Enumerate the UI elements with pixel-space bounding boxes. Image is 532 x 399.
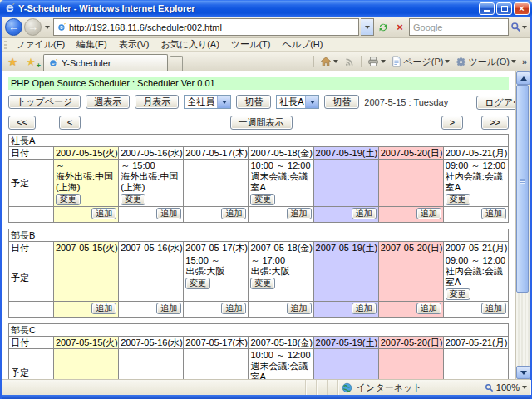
prev-week-button[interactable]: < [59, 116, 81, 130]
date-header: 2007-05-19(土) [313, 242, 378, 254]
new-tab-button[interactable] [170, 56, 183, 71]
favorites-center-button[interactable]: ★ [3, 54, 22, 70]
back-button[interactable]: ← [5, 18, 22, 36]
add-favorite-button[interactable]: ★+ [22, 54, 40, 70]
logout-button[interactable]: ログアウト [476, 96, 515, 110]
history-dropdown[interactable] [43, 19, 52, 35]
tab-title: Y-Scheduler [62, 58, 111, 68]
toolbar-overflow-chevron[interactable]: » [522, 57, 527, 66]
change-button[interactable]: 変更 [446, 288, 470, 300]
add-button[interactable]: 追加 [221, 208, 246, 219]
add-button[interactable]: 追加 [416, 208, 441, 219]
add-button[interactable]: 追加 [287, 208, 312, 219]
schedule-cell [443, 349, 508, 380]
week-view-button[interactable]: 週表示 [86, 95, 130, 109]
first-week-button[interactable]: << [8, 116, 36, 130]
month-view-button[interactable]: 月表示 [135, 95, 179, 109]
maximize-button[interactable] [496, 2, 512, 15]
schedule-cell [313, 254, 378, 302]
tab-favicon-icon [48, 58, 58, 68]
stop-button[interactable]: × [392, 19, 407, 35]
forward-button[interactable]: → [24, 18, 42, 36]
minimize-button[interactable] [479, 2, 495, 15]
schedule-cell [184, 160, 249, 207]
add-button[interactable]: 追加 [91, 208, 116, 219]
zoom-dropdown[interactable] [522, 386, 527, 389]
add-button[interactable]: 追加 [352, 303, 377, 314]
menu-file[interactable]: ファイル(F) [10, 38, 71, 51]
change-button[interactable]: 変更 [250, 194, 275, 205]
search-input[interactable]: Google [409, 18, 509, 36]
menu-help[interactable]: ヘルプ(H) [276, 38, 328, 51]
schedule-cell [54, 349, 119, 380]
next-week-button[interactable]: > [441, 116, 463, 130]
one-week-view-button[interactable]: 一週間表示 [230, 116, 293, 130]
address-dropdown[interactable] [361, 18, 374, 36]
add-button[interactable]: 追加 [221, 303, 246, 314]
page-menu-button[interactable]: ページ(P) [390, 55, 451, 69]
employee-filter-select[interactable]: 全社員 [184, 95, 231, 109]
date-header: 2007-05-19(土) [313, 337, 378, 349]
scrollbar-track[interactable] [516, 85, 530, 366]
date-column-label: 日付 [9, 242, 54, 254]
add-button[interactable]: 追加 [156, 303, 181, 314]
scroll-down-button[interactable] [516, 366, 530, 379]
search-options-dropdown[interactable] [522, 26, 527, 29]
tools-menu-label: ツール(O) [468, 56, 509, 68]
menu-favorites[interactable]: お気に入り(A) [155, 38, 224, 51]
toolbar-grip [4, 41, 7, 49]
home-button[interactable] [318, 55, 340, 68]
refresh-button[interactable] [376, 19, 391, 35]
schedule-cell [119, 349, 184, 380]
rss-icon [344, 57, 355, 67]
change-button[interactable]: 変更 [121, 194, 145, 205]
date-header: 2007-05-15(火) [54, 147, 119, 160]
switch-user-button[interactable]: 切替 [324, 95, 359, 109]
schedule-cell [378, 160, 443, 207]
change-button[interactable]: 変更 [56, 194, 81, 205]
menu-view[interactable]: 表示(V) [113, 38, 155, 51]
scrollbar-thumb[interactable] [516, 85, 529, 293]
add-button[interactable]: 追加 [416, 303, 441, 314]
window-bottom-border [2, 395, 530, 399]
tools-menu-button[interactable]: ツール(O) [454, 55, 517, 69]
scroll-up-button[interactable] [516, 71, 530, 85]
date-header: 2007-05-16(水) [119, 147, 184, 160]
date-header: 2007-05-18(金) [249, 337, 313, 349]
change-button[interactable]: 変更 [250, 278, 275, 289]
add-button[interactable]: 追加 [156, 208, 181, 219]
change-button[interactable]: 変更 [185, 278, 210, 289]
zoom-control[interactable]: 100% [470, 380, 530, 395]
schedule-cell: 10:00 ～ 12:00週末会議:会議室A変更 [249, 349, 313, 380]
switch-filter-button[interactable]: 切替 [236, 95, 271, 109]
add-button[interactable]: 追加 [352, 208, 377, 219]
address-field[interactable]: http://192.168.11.6/scheduler002.html [53, 18, 359, 36]
schedule-cell [313, 160, 378, 207]
date-header: 2007-05-15(火) [54, 242, 119, 254]
entry-text: 社内会議:会議室A [446, 171, 506, 193]
change-button[interactable]: 変更 [446, 194, 470, 205]
schedule-cell [313, 349, 378, 380]
date-header: 2007-05-20(日) [378, 337, 443, 349]
feeds-button[interactable] [342, 56, 357, 68]
last-week-button[interactable]: >> [481, 116, 509, 130]
add-button[interactable]: 追加 [481, 303, 506, 314]
tab-y-scheduler[interactable]: Y-Scheduler [43, 54, 168, 71]
menu-tools[interactable]: ツール(T) [225, 38, 277, 51]
close-button[interactable]: × [514, 2, 530, 15]
entry-text: 週末会議:会議室A [250, 171, 311, 193]
controls-row: トップページ 週表示 月表示 全社員 切替 社長A 切替 2007-5-15 :… [8, 94, 509, 110]
search-go-button[interactable] [510, 19, 527, 35]
user-select[interactable]: 社長A [276, 95, 319, 109]
add-button[interactable]: 追加 [481, 208, 506, 219]
add-button[interactable]: 追加 [91, 303, 116, 314]
add-button[interactable]: 追加 [287, 303, 312, 314]
schedule-cell: ～ 17:00出張:大阪変更 [249, 254, 313, 302]
schedule-table: 社長A日付2007-05-15(火)2007-05-16(水)2007-05-1… [8, 134, 509, 223]
page-content: PHP Open Source Scheduler : Scheduler Ve… [2, 71, 515, 379]
top-page-button[interactable]: トップページ [8, 95, 81, 109]
menu-edit[interactable]: 編集(E) [71, 38, 113, 51]
print-button[interactable] [366, 55, 387, 68]
schedule-cell: ～ 15:00海外出張:中国(上海)変更 [119, 160, 184, 207]
vertical-scrollbar[interactable] [515, 71, 530, 379]
